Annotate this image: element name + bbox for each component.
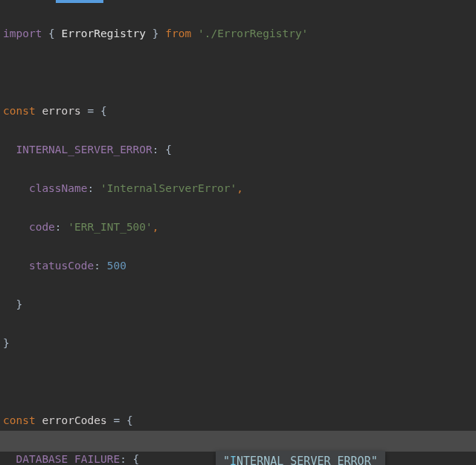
code-line: INTERNAL_SERVER_ERROR: { xyxy=(3,140,476,159)
autocomplete-suggestion[interactable]: "INTERNAL_SERVER_ERROR" xyxy=(216,451,385,465)
code-line: } xyxy=(3,333,476,353)
code-line: code: 'ERR_INT_500', xyxy=(3,217,476,237)
code-editor[interactable]: import { ErrorRegistry } from './ErrorRe… xyxy=(0,0,476,465)
code-line: const errors = { xyxy=(3,101,476,121)
code-line: className: 'InternalServerError', xyxy=(3,179,476,198)
code-line: const errorCodes = { xyxy=(3,411,476,430)
code-line: import { ErrorRegistry } from './ErrorRe… xyxy=(3,24,476,43)
keyword-import: import xyxy=(3,28,42,39)
code-line: } xyxy=(3,295,476,314)
code-line: statusCode: 500 xyxy=(3,256,476,275)
